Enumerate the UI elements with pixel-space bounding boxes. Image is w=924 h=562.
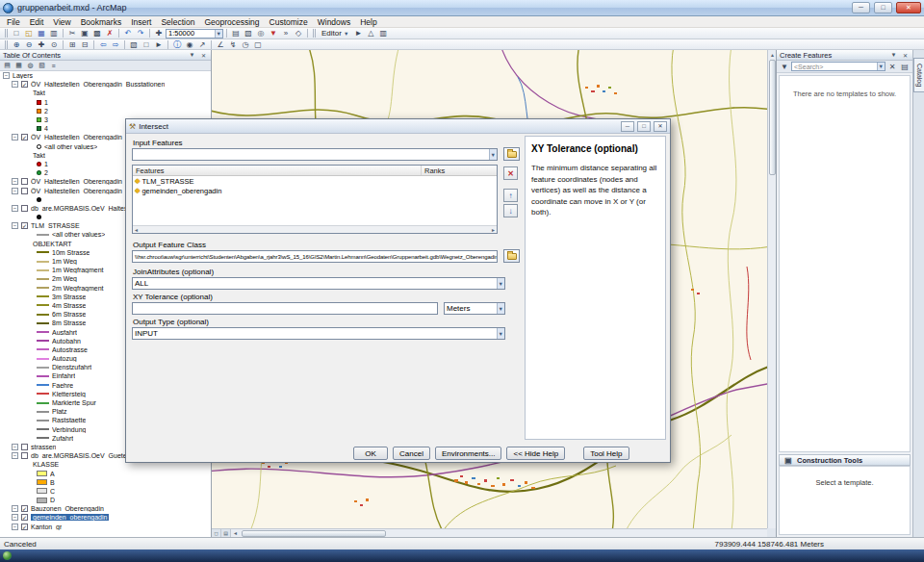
list-visibility-icon[interactable]: ◍ — [25, 61, 36, 70]
features-list-hscroll[interactable]: ◄ ► — [133, 225, 497, 233]
layer-checkbox[interactable]: ✓ — [21, 505, 28, 512]
layer-checkbox[interactable]: ✓ — [21, 81, 28, 88]
hyperlink-icon[interactable]: ↯ — [227, 39, 239, 50]
output-type-combo[interactable]: INPUT ▼ — [132, 327, 505, 340]
toc-item[interactable]: −✓gemeinden_oberengadin — [0, 513, 211, 522]
cf-organize-icon[interactable]: ▤ — [899, 62, 911, 72]
scroll-thumb[interactable] — [769, 60, 776, 175]
expander-icon[interactable]: − — [12, 178, 18, 185]
undo-icon[interactable]: ↶ — [122, 28, 134, 38]
ok-button[interactable]: OK — [353, 447, 388, 460]
construction-tools-area[interactable]: Select a template. — [779, 466, 911, 535]
python-icon[interactable]: » — [280, 28, 292, 38]
redo-icon[interactable]: ↷ — [135, 28, 146, 38]
chevron-down-icon[interactable]: ▼ — [497, 328, 504, 339]
measure-icon[interactable]: ∠ — [215, 39, 226, 50]
toc-item[interactable]: −✓ÖV_Haltestellen_Oberengadin_Busstation… — [0, 80, 211, 89]
catalog-icon[interactable]: ▧ — [243, 28, 254, 38]
move-down-button[interactable]: ↓ — [503, 204, 518, 217]
minimize-button[interactable]: ─ — [852, 2, 870, 13]
ranks-column-header[interactable]: Ranks — [422, 166, 497, 175]
new-icon[interactable]: □ — [11, 28, 22, 38]
expander-icon[interactable]: − — [12, 444, 18, 450]
paste-icon[interactable]: ▩ — [91, 28, 103, 38]
zoom-out-icon[interactable]: ⊖ — [23, 39, 35, 50]
zoom-in-icon[interactable]: ⊕ — [11, 39, 22, 50]
cf-filter-icon[interactable]: ▼ — [779, 62, 790, 72]
toolbar-grip[interactable] — [5, 29, 8, 38]
expander-icon[interactable]: − — [12, 524, 18, 530]
xy-tolerance-field[interactable] — [132, 302, 438, 315]
toolbar-grip[interactable] — [313, 29, 316, 38]
chevron-down-icon[interactable]: ▼ — [877, 63, 885, 70]
auto-hide-pin-icon[interactable]: ▼ — [889, 52, 898, 58]
toc-item[interactable]: −✓Bauzonen_Oberengadin — [0, 504, 211, 513]
layer-checkbox[interactable]: ✓ — [21, 222, 28, 229]
catalog-tab[interactable]: Catalog — [913, 58, 924, 92]
expander-icon[interactable]: − — [12, 205, 18, 212]
menu-insert[interactable]: Insert — [126, 16, 156, 27]
feature-row[interactable]: ◆gemeinden_oberengadin — [133, 186, 497, 195]
move-up-button[interactable]: ↑ — [503, 189, 518, 202]
menu-edit[interactable]: Edit — [25, 16, 49, 27]
input-features-combo[interactable]: ▼ — [132, 148, 498, 161]
identify-icon[interactable]: ⓘ — [171, 39, 183, 50]
full-extent-icon[interactable]: ⊙ — [48, 39, 60, 50]
template-search-input[interactable]: <Search> ▼ — [791, 62, 886, 71]
expander-icon[interactable]: − — [12, 188, 18, 194]
select-elements-icon[interactable]: ► — [153, 39, 165, 50]
arctoolbox-icon[interactable]: ▼ — [268, 28, 279, 38]
sketch-icon[interactable]: △ — [365, 28, 376, 38]
templates-list-area[interactable]: There are no templates to show. — [779, 75, 911, 452]
search-icon[interactable]: ◎ — [255, 28, 267, 38]
list-drawing-icon[interactable]: ▤ — [2, 61, 13, 70]
find-icon[interactable]: ◉ — [184, 39, 195, 50]
cut-icon[interactable]: ✂ — [66, 28, 78, 38]
go-to-xy-icon[interactable]: ↗ — [196, 39, 208, 50]
fixed-zoom-in-icon[interactable]: ⊞ — [66, 39, 78, 50]
chevron-down-icon[interactable]: ▼ — [489, 149, 497, 160]
editor-arrow-icon[interactable]: ► — [352, 28, 364, 38]
menu-customize[interactable]: Customize — [265, 16, 313, 27]
features-column-header[interactable]: Features — [133, 166, 422, 175]
viewer-window-icon[interactable]: ▢ — [252, 39, 264, 50]
layer-checkbox[interactable] — [21, 188, 28, 194]
forward-icon[interactable]: ⇨ — [110, 39, 121, 50]
toc-item[interactable]: 1 — [0, 98, 211, 107]
toc-item[interactable]: Takt — [0, 89, 211, 97]
list-source-icon[interactable]: ▦ — [13, 61, 24, 70]
layer-checkbox[interactable] — [21, 205, 28, 212]
windows-taskbar[interactable] — [0, 549, 924, 562]
fixed-zoom-out-icon[interactable]: ⊟ — [79, 39, 90, 50]
construction-tools-header[interactable]: ▣ Construction Tools — [779, 454, 911, 466]
attributes-icon[interactable]: ▥ — [377, 28, 389, 38]
expander-icon[interactable]: − — [3, 72, 10, 79]
clear-selection-icon[interactable]: □ — [141, 39, 152, 50]
save-icon[interactable]: ▦ — [36, 28, 47, 38]
expander-icon[interactable]: − — [12, 134, 18, 140]
start-button[interactable] — [3, 551, 12, 560]
dialog-close-button[interactable]: ✕ — [654, 121, 667, 132]
hide-help-button[interactable]: << Hide Help — [506, 447, 565, 460]
time-slider-icon[interactable]: ◷ — [240, 39, 251, 50]
toc-item[interactable]: B — [0, 478, 211, 487]
delete-icon[interactable]: ✗ — [104, 28, 116, 38]
tool-help-button[interactable]: Tool Help — [583, 447, 629, 460]
map-horizontal-scrollbar[interactable]: ◻ ▤ ◄ — [212, 528, 767, 537]
expander-icon[interactable]: − — [12, 222, 18, 229]
menu-bookmarks[interactable]: Bookmarks — [76, 16, 127, 27]
scroll-thumb[interactable] — [242, 530, 386, 537]
open-icon[interactable]: ◱ — [23, 28, 35, 38]
chevron-down-icon[interactable]: ▼ — [497, 278, 504, 289]
menu-help[interactable]: Help — [355, 16, 381, 27]
toc-item[interactable]: −✓Kanton_gr — [0, 523, 211, 531]
menu-selection[interactable]: Selection — [156, 16, 199, 27]
toc-item[interactable]: D — [0, 496, 211, 504]
layer-checkbox[interactable] — [21, 452, 28, 459]
select-features-icon[interactable]: ▧ — [128, 39, 140, 50]
close-icon[interactable]: ✕ — [199, 52, 208, 59]
scroll-left-icon[interactable]: ◄ — [134, 227, 139, 233]
menu-geoprocessing[interactable]: Geoprocessing — [199, 16, 264, 27]
chevron-down-icon[interactable]: ▼ — [497, 303, 504, 314]
print-icon[interactable]: ▥ — [48, 28, 60, 38]
